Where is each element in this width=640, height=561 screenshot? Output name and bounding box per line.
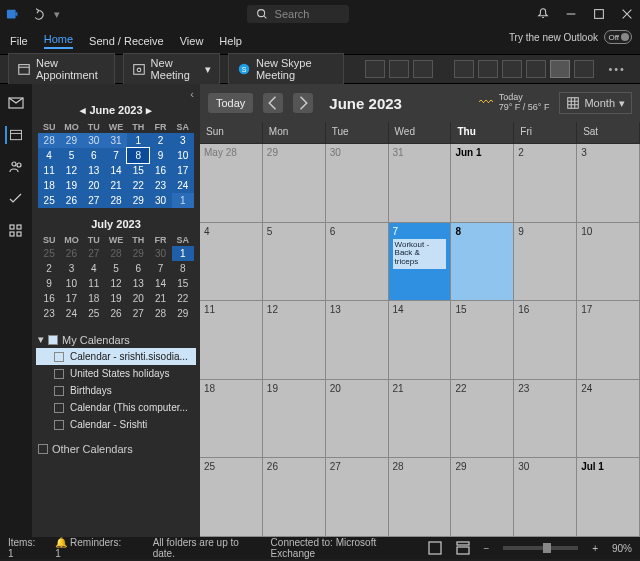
next-month[interactable] (293, 93, 313, 113)
calendar-item[interactable]: Calendar (This computer... (36, 399, 196, 416)
dow-header: Mon (263, 122, 326, 144)
minical-june[interactable]: ◂ June 2023 ▸ SUMOTUWETHFRSA282930311234… (32, 100, 200, 214)
day-cell[interactable]: 29 (263, 144, 326, 223)
day-cell[interactable]: 10 (577, 223, 640, 302)
day-cell[interactable]: 4 (200, 223, 263, 302)
calendar-item[interactable]: Birthdays (36, 382, 196, 399)
view-4[interactable] (526, 60, 546, 78)
day-cell[interactable]: 27 (326, 458, 389, 537)
day-cell[interactable]: 7Workout - Back & triceps (389, 223, 452, 302)
dow-header: Sat (577, 122, 640, 144)
close-icon[interactable] (620, 7, 634, 21)
day-cell[interactable]: 24 (577, 380, 640, 459)
menu-view[interactable]: View (180, 35, 204, 47)
menu-home[interactable]: Home (44, 33, 73, 49)
day-cell[interactable]: 22 (451, 380, 514, 459)
day-cell[interactable]: 8 (451, 223, 514, 302)
calendar-item[interactable]: Calendar - srishti.sisodia... (36, 348, 196, 365)
status-view2[interactable] (456, 541, 470, 555)
appointment[interactable]: Workout - Back & triceps (393, 239, 447, 269)
try-new-outlook[interactable]: Try the new Outlook Off (509, 30, 632, 44)
new-skype-meeting-button[interactable]: S New Skype Meeting (228, 53, 344, 85)
day-cell[interactable]: 28 (389, 458, 452, 537)
menu-sendreceive[interactable]: Send / Receive (89, 35, 164, 47)
day-cell[interactable]: 30 (514, 458, 577, 537)
day-cell[interactable]: 6 (326, 223, 389, 302)
svg-rect-4 (133, 65, 144, 75)
arrange-2[interactable] (389, 60, 409, 78)
day-cell[interactable]: 16 (514, 301, 577, 380)
day-cell[interactable]: 17 (577, 301, 640, 380)
calendar-icon (17, 62, 31, 76)
day-cell[interactable]: 15 (451, 301, 514, 380)
svg-point-5 (137, 68, 141, 72)
day-cell[interactable]: May 28 (200, 144, 263, 223)
rail-tasks[interactable] (7, 190, 25, 208)
arrange-3[interactable] (413, 60, 433, 78)
arrange-1[interactable] (365, 60, 385, 78)
other-calendars-header[interactable]: Other Calendars (36, 441, 196, 457)
day-cell[interactable]: 21 (389, 380, 452, 459)
max-icon[interactable] (592, 7, 606, 21)
day-cell[interactable]: 13 (326, 301, 389, 380)
prev-month[interactable] (263, 93, 283, 113)
day-cell[interactable]: Jun 1 (451, 144, 514, 223)
collapse-sidebar[interactable]: ‹ (190, 88, 194, 100)
month-grid[interactable]: SunMonTueWedThuFriSatMay 28293031Jun 123… (200, 122, 640, 537)
day-cell[interactable]: 30 (326, 144, 389, 223)
status-reminders[interactable]: 🔔 Reminders: 1 (55, 537, 124, 559)
svg-point-1 (257, 10, 264, 17)
undo-icon[interactable] (30, 7, 44, 21)
status-view1[interactable] (428, 541, 442, 555)
minical-july[interactable]: July 2023 SUMOTUWETHFRSA2526272829301234… (32, 214, 200, 327)
my-calendars-header[interactable]: ▾My Calendars (36, 331, 196, 348)
view-3[interactable] (502, 60, 522, 78)
day-cell[interactable]: 26 (263, 458, 326, 537)
dow-header: Thu (451, 122, 514, 144)
day-cell[interactable]: 25 (200, 458, 263, 537)
day-cell[interactable]: 18 (200, 380, 263, 459)
day-cell[interactable]: 29 (451, 458, 514, 537)
calendar-item[interactable]: Calendar - Srishti (36, 416, 196, 433)
zoom-out[interactable]: − (484, 543, 490, 554)
day-cell[interactable]: 19 (263, 380, 326, 459)
zoom-in[interactable]: + (592, 543, 598, 554)
search-placeholder: Search (275, 8, 310, 20)
menu-file[interactable]: File (10, 35, 28, 47)
view-1[interactable] (454, 60, 474, 78)
rail-mail[interactable] (7, 94, 25, 112)
day-cell[interactable]: 20 (326, 380, 389, 459)
min-icon[interactable] (564, 7, 578, 21)
toggle-off[interactable]: Off (604, 30, 632, 44)
menu-help[interactable]: Help (219, 35, 242, 47)
rail-calendar[interactable] (5, 126, 23, 144)
day-cell[interactable]: 14 (389, 301, 452, 380)
view-2[interactable] (478, 60, 498, 78)
view-selector[interactable]: Month▾ (559, 92, 632, 114)
view-month[interactable] (550, 60, 570, 78)
day-cell[interactable]: 23 (514, 380, 577, 459)
day-cell[interactable]: 9 (514, 223, 577, 302)
more-button[interactable]: ••• (602, 63, 632, 75)
rail-people[interactable] (7, 158, 25, 176)
view-6[interactable] (574, 60, 594, 78)
search-box[interactable]: Search (247, 5, 350, 23)
new-appointment-button[interactable]: New Appointment (8, 53, 115, 85)
weather-icon: 〰 (479, 95, 493, 110)
day-cell[interactable]: 2 (514, 144, 577, 223)
today-button[interactable]: Today (208, 93, 253, 113)
chevron-down-icon[interactable]: ▾ (205, 63, 211, 76)
calendar-item[interactable]: United States holidays (36, 365, 196, 382)
day-cell[interactable]: Jul 1 (577, 458, 640, 537)
day-cell[interactable]: 12 (263, 301, 326, 380)
zoom-slider[interactable] (503, 546, 578, 550)
new-meeting-button[interactable]: New Meeting ▾ (123, 53, 220, 85)
day-cell[interactable]: 3 (577, 144, 640, 223)
bell-icon[interactable] (536, 7, 550, 21)
minical-next[interactable]: ▸ (143, 104, 152, 116)
day-cell[interactable]: 31 (389, 144, 452, 223)
rail-more[interactable] (7, 222, 25, 240)
day-cell[interactable]: 5 (263, 223, 326, 302)
weather[interactable]: 〰 Today79° F / 56° F (479, 93, 550, 113)
day-cell[interactable]: 11 (200, 301, 263, 380)
